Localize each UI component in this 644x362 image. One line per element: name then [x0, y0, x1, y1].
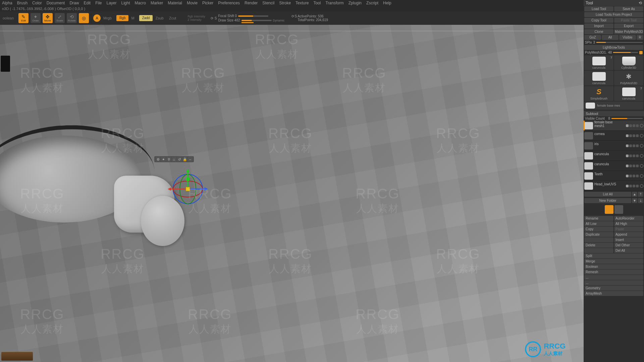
op-boolean[interactable]: Boolean — [584, 264, 643, 269]
op-split[interactable]: Split — [584, 253, 643, 258]
tool-SimpleBrush[interactable]: SSimpleBrush — [584, 86, 613, 101]
menu-color[interactable]: Color — [32, 1, 42, 5]
rgb-toggle[interactable]: Rgb — [116, 15, 128, 21]
op-paste[interactable]: Paste — [614, 227, 643, 232]
thumbnail-preview[interactable] — [1, 56, 10, 72]
op-...[interactable]: ... — [584, 280, 643, 285]
menu-macro[interactable]: Macro — [135, 1, 146, 5]
scale-button[interactable]: ⤢Scale — [55, 13, 65, 23]
restore-icon[interactable]: ⟲ — [639, 1, 642, 5]
home-icon[interactable]: ⌂ — [172, 157, 176, 162]
op-arraymesh[interactable]: ArrayMesh — [584, 291, 643, 296]
save-as-button[interactable]: Save As — [614, 6, 643, 11]
export-button[interactable]: Export — [614, 23, 643, 28]
brush-icon[interactable]: ✦ — [161, 157, 166, 162]
menu-help[interactable]: Help — [383, 1, 391, 5]
goz-all-button[interactable]: All — [602, 35, 619, 40]
draw-button[interactable]: ✦Draw — [31, 13, 41, 23]
gizmo-toolbar[interactable]: ⚙ ✦ ⚲ ⌂ ↺ 🔒 – — [154, 156, 194, 162]
tool-wide[interactable]: female base mes — [584, 102, 643, 110]
goz-visible-button[interactable]: Visible — [619, 35, 636, 40]
menu-stroke[interactable]: Stroke — [279, 1, 291, 5]
new-folder-button[interactable]: New Folder — [584, 198, 631, 203]
goz-button[interactable]: GoZ — [584, 35, 601, 40]
op-rename[interactable]: Rename — [584, 216, 613, 221]
rotate-button[interactable]: ⟲Rotate — [67, 13, 77, 23]
import-button[interactable]: Import — [584, 23, 613, 28]
clone-button[interactable]: Clone — [584, 29, 613, 34]
swatch-grey[interactable] — [614, 205, 623, 214]
op-all-high[interactable]: All High — [614, 221, 643, 226]
make-polymesh-button[interactable]: Make PolyMesh3D — [614, 29, 643, 34]
subtool-iris[interactable]: iris — [584, 141, 644, 151]
menu-preferences[interactable]: Preferences — [218, 1, 240, 5]
lightbox-button[interactable]: Lightbox▸Tools — [584, 45, 643, 50]
viewport[interactable]: ⚙ ✦ ⚲ ⌂ ↺ 🔒 – — [0, 25, 633, 362]
menu-document[interactable]: Document — [47, 1, 65, 5]
mrgb-toggle[interactable]: Mrgb — [103, 16, 112, 20]
subtool-Teeth[interactable]: Teeth — [584, 171, 644, 181]
op-append[interactable]: Append — [614, 232, 643, 237]
load-tool-button[interactable]: Load Tool — [584, 6, 613, 11]
op-autoreorder[interactable]: AutoReorder — [614, 216, 643, 221]
op-delete[interactable]: Delete — [584, 243, 613, 248]
subtool-caruncula[interactable]: caruncula — [584, 151, 644, 161]
list-all-button[interactable]: List All — [584, 192, 631, 197]
subtool-caruncula[interactable]: caruncula — [584, 161, 644, 171]
visibility-icon[interactable] — [640, 184, 643, 188]
load-from-project-button[interactable]: Load Tools From Project — [584, 12, 643, 17]
op-insert[interactable]: Insert — [614, 237, 643, 242]
menu-picker[interactable]: Picker — [202, 1, 213, 5]
menu-zplugin[interactable]: Zplugin — [348, 1, 362, 5]
op-duplicate[interactable]: Duplicate — [584, 232, 613, 237]
gizmo-button[interactable]: ◎ — [79, 13, 89, 23]
spix-slider[interactable]: SPix3 — [584, 40, 644, 45]
menu-stencil[interactable]: Stencil — [262, 1, 274, 5]
op-geometry[interactable]: Geometry — [584, 286, 643, 291]
zadd-toggle[interactable]: Zadd — [139, 15, 153, 21]
refresh2-icon[interactable]: ⟳ — [291, 14, 294, 22]
menu-zscript[interactable]: Zscript — [366, 1, 378, 5]
op-remesh[interactable]: Remesh — [584, 269, 643, 275]
subtool-Head_lowUVS[interactable]: Head_lowUVS — [584, 181, 644, 191]
subtool-female-base-mesh1[interactable]: female base mesh1 — [584, 121, 644, 131]
menu-file[interactable]: File — [95, 1, 102, 5]
op-del-all[interactable]: Del All — [614, 248, 643, 253]
menu-edit[interactable]: Edit — [84, 1, 91, 5]
copy-tool-button[interactable]: Copy Tool — [584, 18, 613, 23]
menu-texture[interactable]: Texture — [296, 1, 309, 5]
visibility-icon[interactable] — [640, 124, 643, 127]
a-toggle[interactable]: A — [93, 14, 101, 22]
tool-panel-title[interactable]: Tool⟲ — [584, 0, 644, 6]
zcut-toggle[interactable]: Zcut — [169, 16, 176, 20]
move-button[interactable]: ✥Move — [43, 13, 53, 23]
visibility-icon[interactable] — [640, 174, 643, 178]
menu-transform[interactable]: Transform — [325, 1, 343, 5]
visibility-icon[interactable] — [640, 154, 643, 158]
edit-button[interactable]: ✎Edit — [18, 13, 29, 23]
menu-layer[interactable]: Layer — [107, 1, 117, 5]
undo-icon[interactable]: ↺ — [177, 157, 182, 162]
pin-icon[interactable]: ⚲ — [166, 157, 171, 162]
visibility-icon[interactable] — [640, 134, 643, 137]
tool-caruncula[interactable]: caruncula7 — [584, 55, 613, 70]
tool-Cylinder3D[interactable]: Cylinder3D — [614, 55, 643, 70]
paste-tool-button[interactable]: Paste Tool — [614, 18, 643, 23]
arrow-up-icon[interactable]: ▲ — [632, 192, 637, 197]
gear-icon[interactable]: ⚙ — [156, 157, 160, 162]
tool-caruncula[interactable]: caruncula7 — [614, 86, 643, 101]
visibility-icon[interactable] — [640, 164, 643, 168]
minus-icon[interactable]: – — [188, 157, 193, 162]
menu-movie[interactable]: Movie — [187, 1, 198, 5]
material-preview[interactable] — [1, 352, 33, 361]
m-toggle[interactable]: M — [131, 16, 134, 20]
lock-icon[interactable]: 🔒 — [182, 157, 187, 162]
tool-PolyMesh3D[interactable]: ✱PolyMesh3D — [614, 71, 643, 85]
arrow-down-icon[interactable]: ▼ — [632, 198, 637, 203]
menu-material[interactable]: Material — [168, 1, 182, 5]
swatch-orange[interactable] — [605, 205, 613, 214]
subtool-cornea[interactable]: cornea — [584, 131, 644, 141]
goz-r-button[interactable]: R — [637, 35, 643, 40]
op-copy[interactable]: Copy — [584, 227, 613, 232]
menu-light[interactable]: Light — [121, 1, 130, 5]
